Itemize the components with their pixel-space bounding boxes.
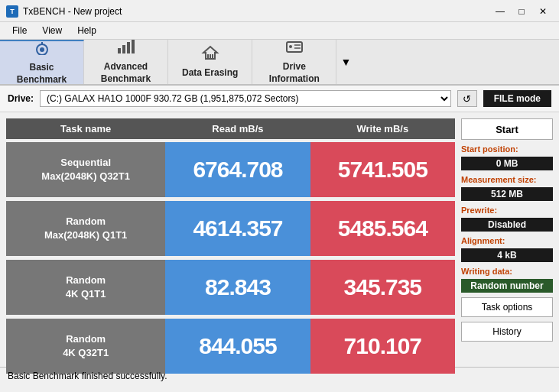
- toolbar-btn-advanced-label: AdvancedBenchmark: [101, 61, 151, 85]
- row-2-write: 345.735: [310, 260, 455, 315]
- basic-benchmark-icon: [32, 40, 52, 60]
- header-task-name: Task name: [6, 118, 165, 139]
- menu-view[interactable]: View: [36, 24, 68, 37]
- close-button[interactable]: ✕: [533, 5, 553, 18]
- menu-bar: File View Help: [0, 22, 559, 40]
- status-text: Basic Benchmark finished successfully.: [8, 371, 167, 381]
- toolbar: BasicBenchmark AdvancedBenchmark: [0, 40, 559, 86]
- row-2-read: 82.843: [165, 260, 310, 315]
- svg-rect-3: [118, 48, 121, 53]
- svg-rect-4: [122, 45, 125, 53]
- app-icon: T: [6, 5, 18, 18]
- row-1-read: 4614.357: [165, 201, 310, 256]
- alignment-label: Alignment:: [461, 236, 553, 245]
- toolbar-btn-basic-benchmark[interactable]: BasicBenchmark: [0, 40, 84, 84]
- file-mode-button[interactable]: FILE mode: [483, 90, 551, 107]
- table-row: SequentialMax(2048K) Q32T1 6764.708 5741…: [6, 142, 455, 197]
- header-write: Write mB/s: [310, 118, 455, 139]
- main-content: Task name Read mB/s Write mB/s Sequentia…: [0, 112, 559, 367]
- toolbar-btn-drive-information[interactable]: DriveInformation: [252, 40, 336, 84]
- data-erasing-icon: [200, 45, 220, 65]
- task-options-button[interactable]: Task options: [461, 297, 553, 317]
- toolbar-dropdown-btn[interactable]: ▼: [336, 40, 355, 84]
- writing-data-label: Writing data:: [461, 267, 553, 276]
- drive-refresh-button[interactable]: ↺: [457, 90, 477, 107]
- table-row: Random4K Q32T1 844.055 710.107: [6, 319, 455, 374]
- title-bar: T TxBENCH - New project — □ ✕: [0, 0, 559, 22]
- menu-file[interactable]: File: [6, 24, 33, 37]
- right-panel: Start Start position: 0 MB Measurement s…: [461, 118, 553, 361]
- svg-rect-6: [132, 40, 135, 53]
- restore-button[interactable]: □: [512, 5, 531, 18]
- prewrite-label: Prewrite:: [461, 206, 553, 215]
- start-position-label: Start position:: [461, 144, 553, 154]
- toolbar-btn-drive-label: DriveInformation: [269, 61, 320, 85]
- toolbar-btn-advanced-benchmark[interactable]: AdvancedBenchmark: [84, 40, 168, 84]
- svg-rect-11: [287, 42, 302, 52]
- menu-help[interactable]: Help: [71, 24, 102, 37]
- minimize-button[interactable]: —: [490, 5, 510, 18]
- row-1-name: RandomMax(2048K) Q1T1: [6, 201, 165, 256]
- row-3-write: 710.107: [310, 319, 455, 374]
- start-position-value: 0 MB: [461, 157, 553, 170]
- row-3-name: Random4K Q32T1: [6, 319, 165, 374]
- drive-select[interactable]: (C:) GALAX HA1O 1000F 930.72 GB (1,951,8…: [40, 90, 451, 107]
- drive-bar: Drive: (C:) GALAX HA1O 1000F 930.72 GB (…: [0, 86, 559, 112]
- benchmark-area: Task name Read mB/s Write mB/s Sequentia…: [6, 118, 455, 361]
- row-0-name: SequentialMax(2048K) Q32T1: [6, 142, 165, 197]
- drive-information-icon: [284, 39, 304, 59]
- measurement-size-value: 512 MB: [461, 187, 553, 201]
- svg-rect-5: [127, 42, 130, 53]
- drive-label: Drive:: [8, 93, 34, 104]
- bench-rows: SequentialMax(2048K) Q32T1 6764.708 5741…: [6, 142, 455, 374]
- history-button[interactable]: History: [461, 322, 553, 342]
- alignment-value: 4 kB: [461, 248, 553, 262]
- toolbar-btn-erasing-label: Data Erasing: [182, 67, 238, 79]
- measurement-size-label: Measurement size:: [461, 175, 553, 184]
- table-header: Task name Read mB/s Write mB/s: [6, 118, 455, 139]
- prewrite-value: Disabled: [461, 218, 553, 232]
- svg-point-12: [289, 45, 292, 48]
- window-controls: — □ ✕: [490, 5, 553, 18]
- table-row: Random4K Q1T1 82.843 345.735: [6, 260, 455, 315]
- advanced-benchmark-icon: [116, 39, 136, 59]
- toolbar-btn-basic-label: BasicBenchmark: [17, 62, 67, 86]
- row-0-read: 6764.708: [165, 142, 310, 197]
- window-title: TxBENCH - New project: [23, 6, 122, 17]
- header-read: Read mB/s: [165, 118, 310, 139]
- row-1-write: 5485.564: [310, 201, 455, 256]
- row-0-write: 5741.505: [310, 142, 455, 197]
- toolbar-btn-data-erasing[interactable]: Data Erasing: [168, 40, 252, 84]
- writing-data-value: Random number: [461, 279, 553, 293]
- row-3-read: 844.055: [165, 319, 310, 374]
- table-row: RandomMax(2048K) Q1T1 4614.357 5485.564: [6, 201, 455, 256]
- row-2-name: Random4K Q1T1: [6, 260, 165, 315]
- start-button[interactable]: Start: [461, 118, 553, 140]
- svg-point-1: [40, 47, 44, 52]
